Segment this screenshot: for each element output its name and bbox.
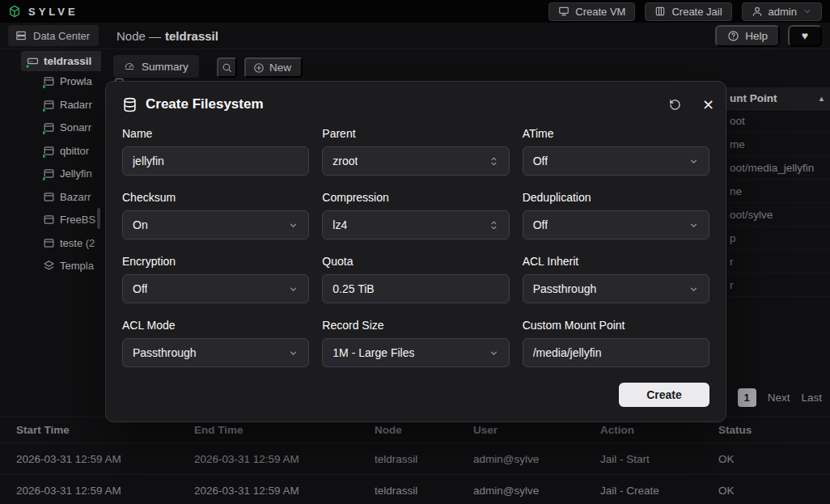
- field-record-size: Record Size 1M - Large Files: [322, 319, 509, 367]
- parent-combobox[interactable]: zroot: [322, 146, 509, 176]
- checksum-select[interactable]: On: [122, 210, 309, 239]
- field-checksum: Checksum On: [122, 191, 309, 239]
- encryption-select[interactable]: Off: [122, 274, 309, 303]
- field-compression: Compression lz4: [322, 191, 509, 239]
- field-custom-mount-point: Custom Mount Point: [523, 319, 709, 367]
- close-icon[interactable]: ×: [702, 97, 714, 112]
- create-filesystem-dialog: Create Filesystem × Name Parent zroot: [105, 81, 726, 422]
- chevron-down-icon: [288, 284, 299, 294]
- compression-combobox[interactable]: lz4: [322, 210, 509, 239]
- custom-mount-point-input[interactable]: [523, 338, 709, 367]
- filesystem-form: Name Parent zroot ATime Off Checksum: [122, 127, 709, 367]
- quota-input[interactable]: [322, 274, 509, 303]
- field-acl-mode: ACL Mode Passthrough: [122, 319, 309, 367]
- deduplication-select[interactable]: Off: [523, 210, 709, 239]
- record-size-select[interactable]: 1M - Large Files: [322, 338, 509, 367]
- chevron-down-icon: [688, 284, 699, 294]
- field-name: Name: [122, 127, 309, 176]
- chevron-down-icon: [489, 348, 499, 358]
- field-acl-inherit: ACL Inherit Passthrough: [523, 255, 709, 303]
- name-input[interactable]: [122, 146, 309, 176]
- acl-mode-select[interactable]: Passthrough: [122, 338, 309, 367]
- dialog-header: Create Filesystem ×: [122, 96, 714, 112]
- field-atime: ATime Off: [523, 127, 709, 176]
- chevron-down-icon: [688, 220, 699, 231]
- chevron-down-icon: [288, 348, 299, 358]
- chevron-down-icon: [288, 220, 299, 231]
- field-quota: Quota: [322, 255, 509, 303]
- create-button[interactable]: Create: [619, 383, 709, 407]
- chevrons-up-down-icon: [489, 156, 499, 167]
- field-encryption: Encryption Off: [122, 255, 309, 303]
- atime-select[interactable]: Off: [523, 146, 709, 176]
- acl-inherit-select[interactable]: Passthrough: [523, 274, 709, 303]
- dialog-title: Create Filesystem: [146, 96, 264, 112]
- chevron-down-icon: [688, 156, 699, 167]
- filesystem-icon: [122, 97, 138, 112]
- field-deduplication: Deduplication Off: [523, 191, 709, 239]
- chevrons-up-down-icon: [489, 220, 499, 231]
- field-parent: Parent zroot: [322, 127, 509, 176]
- reset-button[interactable]: [669, 99, 681, 111]
